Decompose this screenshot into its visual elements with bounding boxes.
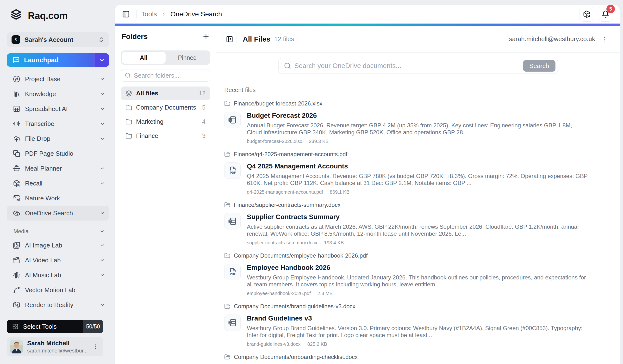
brand: Raq.com [7,9,109,22]
launchpad-expand-button[interactable] [94,53,109,67]
file-path-row[interactable]: Finance/supplier-contracts-summary.docx [224,202,588,208]
folder-open-icon [224,202,230,208]
sidebar: Raq.com s Sarah's Account Launchpad Proj… [0,0,115,364]
file-path-row[interactable]: Company Documents/brand-guidelines-v3.do… [224,303,588,310]
file-card[interactable]: Supplier Contracts Summary Active suppli… [224,213,588,246]
file-card[interactable]: Budget Forecast 2026 Annual Budget Forec… [224,112,588,144]
content-menu-button[interactable] [601,34,609,44]
file-name: employee-handbook-2026.pdf [247,291,311,296]
file-description: Active supplier contracts as at March 20… [247,223,588,237]
folder-row-company-documents[interactable]: Company Documents 5 [121,101,210,114]
sidebar-item-vector-motion-lab[interactable]: Vector Motion Lab [7,282,109,298]
file-group: Company Documents/brand-guidelines-v3.do… [224,303,588,347]
search-section: Search [216,53,620,80]
file-meta: q4-2025-management-accounts.pdf 869.1 KB [247,189,588,195]
box-search-icon [13,180,20,187]
file-meta: supplier-contracts-summary.docx 193.4 KB [247,240,588,246]
sidebar-item-meal-planner[interactable]: Meal Planner [7,161,109,176]
add-folder-button[interactable] [202,33,210,40]
chevron-down-icon [99,121,105,127]
page-title: All Files [243,35,270,43]
sidebar-item-nature-work[interactable]: Nature Work [7,191,109,206]
folder-list: All files 12 Company Documents 5 Marketi… [121,86,210,143]
folder-open-icon [224,151,230,157]
select-tools-label: Select Tools [23,323,57,330]
compass-icon [13,75,20,83]
file-title[interactable]: Employee Handbook 2026 [247,264,588,272]
card-body: Folders All Pinned All files [115,26,620,364]
sidebar-item-recall[interactable]: Recall [7,176,109,191]
notifications-button[interactable]: 5 [598,7,613,22]
launchpad-label: Launchpad [24,56,59,64]
search-button[interactable]: Search [523,60,555,72]
sidebar-item-spreadsheet-ai[interactable]: Spreadsheet AI [7,101,109,116]
select-tools-button[interactable]: Select Tools 50/50 [7,320,103,333]
chevron-down-icon [99,257,105,263]
sidebar-item-knowledge[interactable]: Knowledge [7,86,109,101]
raq-logo-icon [9,9,23,22]
folder-icon [126,104,132,111]
sidebar-item-pdf-page-studio[interactable]: PDF Page Studio [7,146,109,161]
tab-pinned[interactable]: Pinned [166,52,209,64]
sidebar-section-media[interactable]: Media [7,225,109,238]
breadcrumb-tools[interactable]: Tools [141,10,157,18]
user-avatar [10,340,23,353]
files-list: Recent files Finance/budget-forecast-202… [216,80,620,364]
select-tools-main[interactable]: Select Tools [7,320,83,333]
sidebar-toggle-button[interactable] [121,9,131,20]
dots-vertical-icon [92,343,99,350]
folder-tabs: All Pinned [121,50,210,65]
user-profile[interactable]: Sarah Mitchell sarah.mitchell@westbur... [7,337,103,356]
user-name: Sarah Mitchell [27,340,82,347]
file-path-row[interactable]: Company Documents/employee-handbook-2026… [224,252,588,259]
document-search-input[interactable] [294,62,526,70]
file-description: Westbury Group Brand Guidelines. Version… [247,325,588,339]
cloud-upload-icon [13,135,20,142]
file-main: Employee Handbook 2026 Westbury Group Em… [247,264,588,296]
folders-title: Folders [122,32,202,41]
folder-row-marketing[interactable]: Marketing 4 [121,115,210,128]
sidebar-item-render-to-reality[interactable]: Render to Reality [7,298,109,312]
file-path-row[interactable]: Finance/q4-2025-management-accounts.pdf [224,151,588,158]
sidebar-item-ai-video-lab[interactable]: AI Video Lab [7,253,109,268]
file-card[interactable]: PDF Q4 2025 Management Accounts Q4 2025 … [224,162,588,195]
tab-all[interactable]: All [122,52,166,64]
library-icon [13,90,20,98]
chevron-down-icon [99,272,105,278]
sidebar-item-transcribe[interactable]: Transcribe [7,116,109,131]
folder-open-icon [224,253,230,259]
folder-search-input[interactable] [134,72,206,79]
file-path-row[interactable]: Company Documents/onboarding-checklist.d… [224,354,588,360]
sidebar-item-project-base[interactable]: Project Base [7,72,109,86]
launchpad-main[interactable]: Launchpad [7,53,94,67]
plus-icon [202,33,210,40]
file-card[interactable]: PDF Employee Handbook 2026 Westbury Grou… [224,264,588,296]
panel-collapse-button[interactable] [222,32,237,46]
folder-row-all-files[interactable]: All files 12 [121,86,210,100]
file-title[interactable]: Q4 2025 Management Accounts [247,162,588,170]
file-title[interactable]: Budget Forecast 2026 [247,112,588,119]
sidebar-item-ai-image-lab[interactable]: AI Image Lab [7,238,109,253]
file-title[interactable]: Brand Guidelines v3 [247,315,588,322]
chevron-down-icon [99,166,105,171]
cooking-pot-icon [13,165,20,172]
package-search-icon [583,10,591,18]
file-count: 12 files [274,35,294,43]
sidebar-item-ai-music-lab[interactable]: AI Music Lab [7,268,109,282]
word-file-icon [224,315,241,331]
account-switcher[interactable]: s Sarah's Account [7,32,109,47]
file-size: 193.4 KB [324,240,344,246]
file-path-row[interactable]: Finance/budget-forecast-2026.xlsx [224,100,588,107]
sidebar-item-onedrive-search[interactable]: OneDrive Search [7,206,109,221]
launchpad-button[interactable]: Launchpad [7,53,109,67]
folder-row-finance[interactable]: Finance 3 [121,129,210,143]
file-title[interactable]: Supplier Contracts Summary [247,213,588,221]
file-card[interactable]: Brand Guidelines v3 Westbury Group Brand… [224,315,588,347]
package-search-button[interactable] [579,7,594,22]
svg-text:PDF: PDF [230,171,236,174]
message-square-icon [13,56,20,64]
sidebar-item-file-drop[interactable]: File Drop [7,131,109,146]
folders-panel: Folders All Pinned All files [115,26,216,364]
user-menu-button[interactable] [91,342,100,352]
panel-left-icon [122,10,130,18]
